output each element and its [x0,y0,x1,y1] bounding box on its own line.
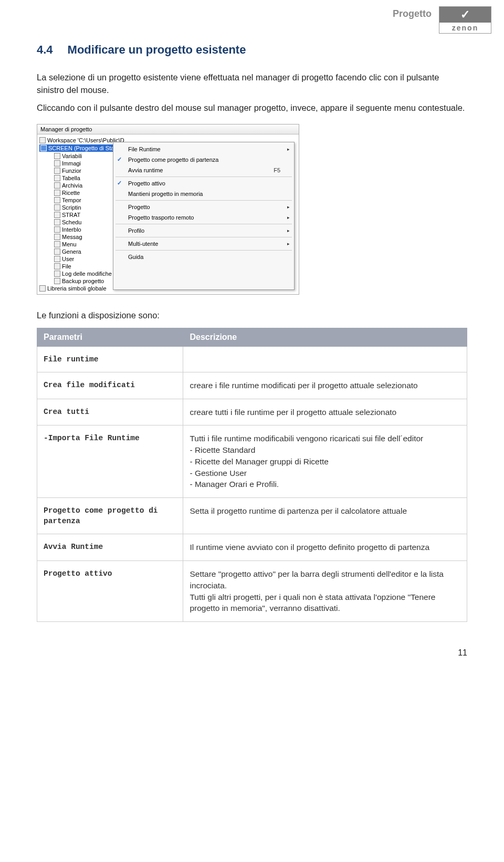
table-header-row: Parametri Descrizione [37,328,467,346]
chevron-right-icon: ▸ [287,241,290,246]
node-icon [54,182,60,189]
desc-cell [183,346,467,372]
check-icon: ✓ [460,8,470,22]
tree-label: Tempor [62,197,81,203]
menu-label: Guida [128,254,143,260]
tree-item[interactable]: Archivia [39,182,115,189]
tree-item[interactable]: Scriptin [39,204,115,211]
tree-label: Archivia [62,182,82,189]
tree-item[interactable]: Tabella [39,174,115,182]
th-descrizione: Descrizione [183,328,467,346]
param-cell: Avvia Runtime [37,534,183,561]
th-parametri: Parametri [37,328,183,346]
tree-label: Tabella [62,175,80,181]
menu-profile[interactable]: Profilo▸ [113,225,294,236]
menu-project[interactable]: Progetto▸ [113,202,294,212]
node-icon [54,271,60,277]
node-icon [54,190,60,196]
tree-label: Messag [62,234,82,240]
tree-item[interactable]: Schedu [39,219,115,226]
menu-separator [116,176,292,177]
functions-intro: Le funzioni a disposizione sono: [37,310,467,320]
parameters-table: Parametri Descrizione File runtime Crea … [37,328,467,622]
node-icon [54,212,60,218]
chevron-right-icon: ▸ [287,147,290,152]
menu-separator [116,250,292,251]
tree-label: Interblo [62,226,81,233]
node-icon [54,168,60,174]
tree-workspace[interactable]: Workspace 'C:\Users\Public\D [39,137,115,144]
tree-item[interactable]: Messag [39,233,115,241]
menu-shortcut: F5 [274,167,290,173]
tree-item[interactable]: Funzior [39,167,115,174]
tree-item[interactable]: STRAT [39,211,115,219]
project-tree: Workspace 'C:\Users\Public\D SCREEN (Pro… [37,134,116,294]
tree-label: Schedu [62,219,81,225]
lib-icon [39,285,46,292]
tree-label: Variabili [62,153,82,159]
menu-label: Profilo [128,227,144,234]
menu-label: Multi-utente [128,241,158,247]
project-icon [40,145,47,151]
table-row: Progetto come progetto di partenza Setta… [37,497,467,534]
menu-remote-transport[interactable]: Progetto trasporto remoto▸ [113,212,294,223]
menu-start-runtime[interactable]: Avvia runtimeF5 [113,165,294,175]
tree-global-lib[interactable]: Libreria simboli globale [39,285,115,292]
tree-item[interactable]: Log delle modifiche [39,270,115,277]
menu-project-active[interactable]: ✓Progetto attivo [113,178,294,189]
menu-separator [116,237,292,237]
page-header: Progetto ✓ zenon [0,0,504,38]
menu-project-as-start[interactable]: ✓Progetto come progetto di partenza [113,154,294,165]
desc-cell: Il runtime viene avviato con il progetto… [183,534,467,561]
tree-selected-project[interactable]: SCREEN (Progetto di Start) [39,144,115,152]
tree-label: File [62,263,71,269]
node-icon [54,278,60,284]
menu-label: Avvia runtime [128,167,163,173]
tree-label: Immagi [62,160,81,167]
tree-item[interactable]: Immagi [39,160,115,167]
tree-item[interactable]: Ricette [39,189,115,196]
desc-cell: Setta il progetto runtime di partenza pe… [183,497,467,534]
zenon-logo: ✓ zenon [439,6,491,34]
check-icon: ✓ [117,156,122,163]
desc-cell: Tutti i file runtime modificabili vengon… [183,425,467,497]
menu-file-runtime[interactable]: File Runtime▸ [113,144,294,154]
node-icon [54,256,60,262]
tree-item[interactable]: Variabili [39,152,115,160]
logo-text: zenon [439,23,491,33]
tree-item[interactable]: Backup progetto [39,277,115,285]
chevron-right-icon: ▸ [287,215,290,220]
menu-keep-in-memory[interactable]: Mantieni progetto in memoria [113,189,294,199]
param-cell: -Importa File Runtime [37,425,183,497]
check-icon: ✓ [117,180,122,186]
table-row: Crea file modificati creare i file runti… [37,372,467,399]
tree-label: Libreria simboli globale [47,285,107,292]
param-cell: File runtime [37,346,183,372]
tree-item[interactable]: Menu [39,241,115,248]
paragraph-1: La selezione di un progetto esistente vi… [37,71,467,97]
node-icon [54,160,60,167]
tree-item[interactable]: Interblo [39,226,115,233]
node-icon [54,219,60,225]
table-row: Crea tutti creare tutti i file runtime p… [37,399,467,425]
node-icon [54,153,60,159]
tree-item[interactable]: Tempor [39,196,115,204]
tree-item[interactable]: User [39,255,115,263]
section-title: 4.4Modificare un progetto esistente [37,43,467,57]
menu-label: Mantieni progetto in memoria [128,191,203,197]
menu-separator [116,224,292,224]
menu-label: Progetto come progetto di partenza [128,157,218,163]
tree-item[interactable]: Genera [39,248,115,255]
menu-help[interactable]: Guida [113,252,294,262]
tree-label: User [62,256,74,262]
context-menu: File Runtime▸ ✓Progetto come progetto di… [113,142,295,290]
menu-label: Progetto trasporto remoto [128,214,194,221]
menu-label: Progetto attivo [128,180,165,186]
screenshot-window-title: Manager di progetto [37,124,299,134]
menu-label: File Runtime [128,146,161,152]
menu-multiuser[interactable]: Multi-utente▸ [113,238,294,249]
node-icon [54,175,60,181]
node-icon [54,226,60,233]
tree-item[interactable]: File [39,263,115,270]
tree-label: STRAT [62,212,80,218]
